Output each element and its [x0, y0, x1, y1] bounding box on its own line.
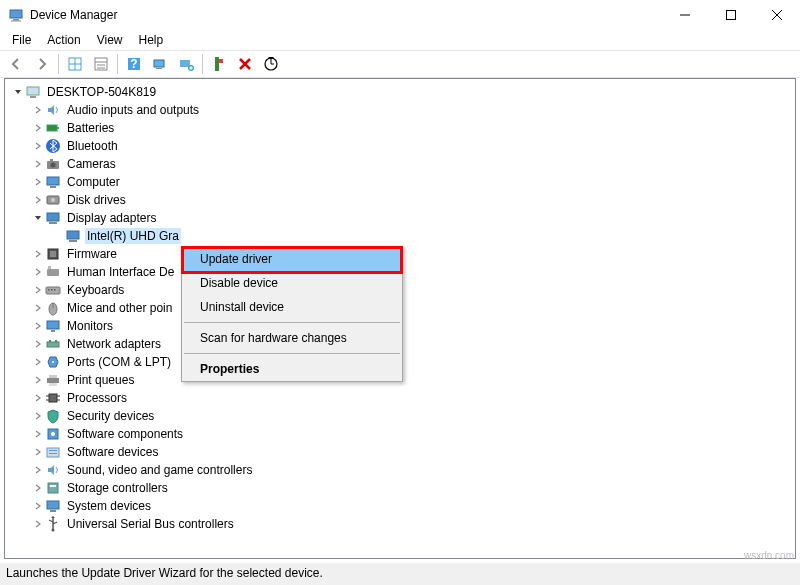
chevron-right-icon[interactable]: [31, 121, 45, 135]
tree-category[interactable]: Computer: [9, 173, 795, 191]
chevron-right-icon[interactable]: [31, 463, 45, 477]
chevron-right-icon[interactable]: [31, 319, 45, 333]
menu-file[interactable]: File: [4, 31, 39, 49]
tree-node-label: Software devices: [65, 444, 160, 460]
svg-rect-32: [50, 186, 56, 188]
menu-action[interactable]: Action: [39, 31, 88, 49]
svg-rect-23: [27, 87, 39, 95]
tree-node-label: Universal Serial Bus controllers: [65, 516, 236, 532]
chevron-down-icon[interactable]: [31, 211, 45, 225]
svg-rect-2: [11, 21, 21, 22]
chevron-right-icon[interactable]: [31, 103, 45, 117]
svg-rect-40: [50, 251, 56, 257]
chevron-right-icon[interactable]: [31, 139, 45, 153]
update-driver-button[interactable]: [174, 52, 198, 76]
tree-category[interactable]: Sound, video and game controllers: [9, 461, 795, 479]
storage-controller-icon: [45, 480, 61, 496]
tree-node-label: Cameras: [65, 156, 118, 172]
svg-rect-20: [215, 57, 219, 71]
network-icon: [45, 336, 61, 352]
minimize-button[interactable]: [662, 0, 708, 30]
svg-rect-70: [47, 501, 59, 509]
svg-rect-56: [49, 375, 57, 378]
svg-rect-53: [55, 340, 57, 342]
tree-category[interactable]: Universal Serial Bus controllers: [9, 515, 795, 533]
chevron-right-icon[interactable]: [31, 517, 45, 531]
tree-node-label: Monitors: [65, 318, 115, 334]
status-text: Launches the Update Driver Wizard for th…: [6, 566, 323, 580]
tree-node-label: Bluetooth: [65, 138, 120, 154]
tree-node-label: Firmware: [65, 246, 119, 262]
svg-rect-18: [180, 60, 190, 67]
svg-rect-0: [10, 10, 22, 18]
context-menu-disable-device[interactable]: Disable device: [182, 271, 402, 295]
chevron-right-icon[interactable]: [31, 175, 45, 189]
context-menu-uninstall-device[interactable]: Uninstall device: [182, 295, 402, 319]
context-menu-properties[interactable]: Properties: [182, 357, 402, 381]
context-menu-scan-hardware[interactable]: Scan for hardware changes: [182, 326, 402, 350]
menu-view[interactable]: View: [89, 31, 131, 49]
chevron-right-icon[interactable]: [31, 499, 45, 513]
svg-rect-55: [47, 378, 59, 383]
context-menu-update-driver[interactable]: Update driver: [182, 247, 402, 271]
chevron-right-icon[interactable]: [31, 355, 45, 369]
forward-button[interactable]: [30, 52, 54, 76]
chevron-right-icon[interactable]: [31, 391, 45, 405]
tree-category[interactable]: Cameras: [9, 155, 795, 173]
tree-root-node[interactable]: DESKTOP-504K819: [9, 83, 795, 101]
software-component-icon: [45, 426, 61, 442]
svg-rect-24: [30, 96, 36, 98]
tree-category[interactable]: Security devices: [9, 407, 795, 425]
chevron-right-icon[interactable]: [31, 247, 45, 261]
tree-node-label: Storage controllers: [65, 480, 170, 496]
svg-rect-45: [51, 289, 53, 291]
tree-category[interactable]: Software devices: [9, 443, 795, 461]
tree-category[interactable]: Bluetooth: [9, 137, 795, 155]
tree-category[interactable]: Software components: [9, 425, 795, 443]
svg-rect-37: [67, 231, 79, 239]
chevron-right-icon[interactable]: [31, 337, 45, 351]
svg-rect-68: [48, 483, 58, 493]
chevron-right-icon[interactable]: [31, 481, 45, 495]
scan-hardware-button[interactable]: [259, 52, 283, 76]
uninstall-button[interactable]: [233, 52, 257, 76]
chevron-right-icon[interactable]: [31, 193, 45, 207]
chevron-right-icon[interactable]: [31, 373, 45, 387]
keyboard-icon: [45, 282, 61, 298]
window-title: Device Manager: [30, 8, 662, 22]
tree-category[interactable]: System devices: [9, 497, 795, 515]
chevron-right-icon[interactable]: [31, 445, 45, 459]
help-button[interactable]: ?: [122, 52, 146, 76]
tree-node-label: Display adapters: [65, 210, 158, 226]
tree-category[interactable]: Display adapters: [9, 209, 795, 227]
chevron-down-icon[interactable]: [11, 85, 25, 99]
svg-rect-25: [47, 125, 57, 131]
tree-category[interactable]: Audio inputs and outputs: [9, 101, 795, 119]
toolbar-separator: [202, 54, 203, 74]
context-menu-separator: [184, 322, 400, 323]
tree-category[interactable]: Batteries: [9, 119, 795, 137]
properties-button[interactable]: [89, 52, 113, 76]
tree-device-selected[interactable]: Intel(R) UHD Gra: [9, 227, 795, 245]
chevron-right-icon[interactable]: [31, 157, 45, 171]
tree-node-label: Processors: [65, 390, 129, 406]
chevron-right-icon[interactable]: [31, 301, 45, 315]
scan-button[interactable]: [148, 52, 172, 76]
chevron-right-icon[interactable]: [31, 265, 45, 279]
svg-rect-21: [219, 59, 223, 63]
chevron-right-icon[interactable]: [31, 427, 45, 441]
back-button[interactable]: [4, 52, 28, 76]
maximize-button[interactable]: [708, 0, 754, 30]
tree-node-label: Network adapters: [65, 336, 163, 352]
menu-help[interactable]: Help: [131, 31, 172, 49]
close-button[interactable]: [754, 0, 800, 30]
show-hidden-button[interactable]: [63, 52, 87, 76]
enable-button[interactable]: [207, 52, 231, 76]
tree-category[interactable]: Storage controllers: [9, 479, 795, 497]
chevron-right-icon[interactable]: [31, 283, 45, 297]
chevron-right-icon[interactable]: [31, 409, 45, 423]
tree-category[interactable]: Disk drives: [9, 191, 795, 209]
tree-category[interactable]: Processors: [9, 389, 795, 407]
menubar: File Action View Help: [0, 30, 800, 50]
svg-point-29: [51, 163, 56, 168]
